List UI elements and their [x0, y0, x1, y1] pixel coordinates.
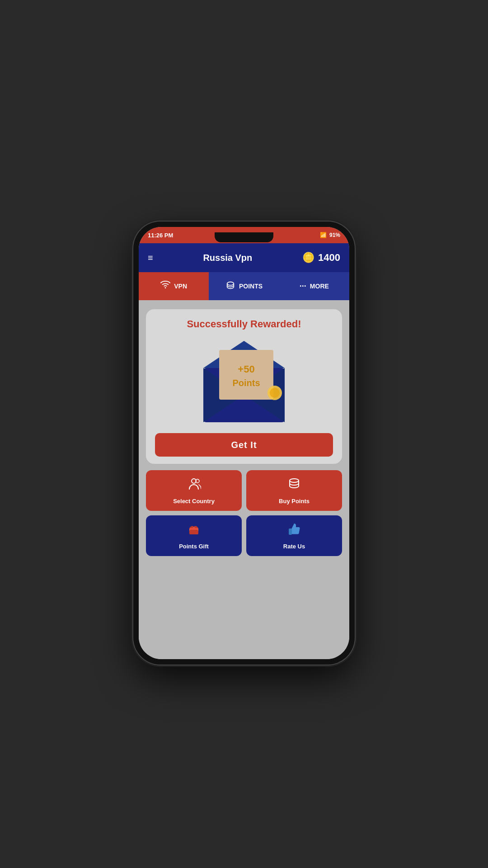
menu-icon[interactable]: ≡ [148, 253, 153, 263]
vpn-tab-icon [160, 280, 170, 292]
phone-notch [215, 232, 273, 242]
more-tab-icon: ··· [300, 282, 306, 291]
buy-points-button[interactable]: Buy Points [246, 470, 342, 511]
phone-screen: 11:26 PM 📶 91% ≡ Russia Vpn 🪙 1400 [139, 227, 349, 659]
points-gift-label: Points Gift [179, 543, 209, 550]
phone-shell: 11:26 PM 📶 91% ≡ Russia Vpn 🪙 1400 [133, 222, 355, 665]
reward-title: Successfully Rewarded! [187, 318, 301, 330]
tab-more-label: MORE [310, 283, 329, 290]
svg-point-1 [227, 282, 234, 285]
rate-us-icon [287, 522, 301, 539]
select-country-button[interactable]: Select Country [146, 470, 242, 511]
phone-container: 11:26 PM 📶 91% ≡ Russia Vpn 🪙 1400 [133, 222, 355, 665]
svg-rect-21 [289, 528, 292, 535]
status-time: 11:26 PM [148, 232, 173, 239]
select-country-icon [187, 476, 201, 494]
svg-rect-20 [189, 528, 198, 530]
buy-points-label: Buy Points [279, 498, 310, 505]
reward-card: Successfully Rewarded! [146, 309, 342, 464]
tab-points-label: POINTS [239, 283, 263, 290]
coins-icon: 🪙 [302, 252, 314, 264]
tab-bar: VPN POINTS ··· MORE [139, 272, 349, 300]
svg-point-10 [270, 388, 280, 398]
grid-section: Select Country Buy Points [146, 470, 342, 556]
app-title: Russia Vpn [203, 253, 252, 263]
svg-point-0 [165, 287, 166, 288]
select-country-label: Select Country [173, 498, 215, 505]
main-content: Successfully Rewarded! [139, 300, 349, 659]
svg-text:Points: Points [232, 378, 260, 388]
wifi-signal-icon: 📶 [320, 232, 327, 238]
points-gift-button[interactable]: Points Gift [146, 515, 242, 556]
rate-us-button[interactable]: Rate Us [246, 515, 342, 556]
envelope-illustration: +50 Points [194, 336, 294, 427]
points-value: 1400 [318, 252, 340, 264]
status-icons: 📶 91% [320, 232, 340, 238]
buy-points-icon [287, 476, 301, 494]
svg-text:+50: +50 [238, 363, 254, 375]
app-header: ≡ Russia Vpn 🪙 1400 [139, 243, 349, 272]
points-tab-icon [225, 280, 235, 292]
tab-more[interactable]: ··· MORE [279, 272, 349, 300]
svg-point-13 [290, 479, 299, 482]
rate-us-label: Rate Us [283, 543, 305, 550]
get-it-button[interactable]: Get It [155, 433, 333, 457]
tab-vpn-label: VPN [174, 283, 187, 290]
svg-rect-6 [219, 350, 273, 400]
points-gift-icon [187, 522, 201, 539]
tab-vpn[interactable]: VPN [139, 272, 209, 300]
points-display: 🪙 1400 [302, 252, 340, 264]
battery-level: 91% [329, 232, 340, 238]
tab-points[interactable]: POINTS [209, 272, 279, 300]
svg-rect-16 [189, 530, 198, 534]
